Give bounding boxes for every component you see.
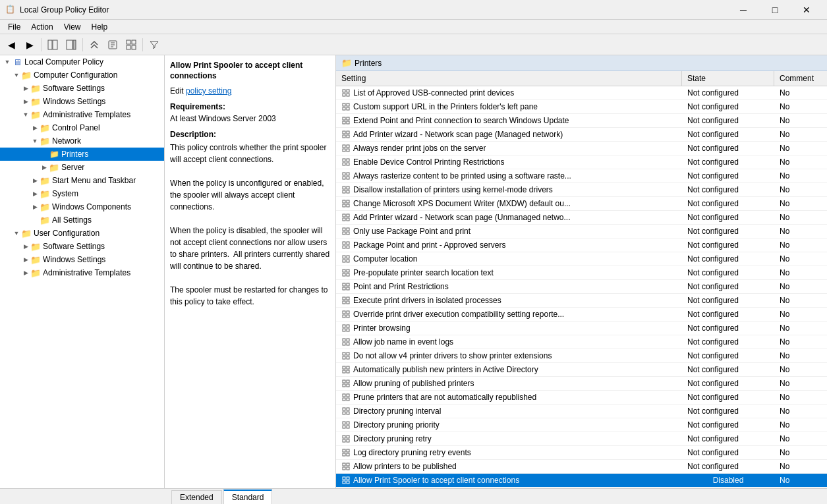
minimize-button[interactable]: ─ [728,0,758,20]
menu-help[interactable]: Help [86,21,113,33]
folder-icon: 📁 [40,176,50,185]
menu-view[interactable]: View [59,21,86,33]
table-row[interactable]: Allow job name in event logsNot configur… [336,335,827,349]
folder-icon: 📁 [40,189,50,198]
table-row[interactable]: Allow printers to be publishedNot config… [336,460,827,474]
tree-item-admin-templates-2[interactable]: ▶ 📁 Administrative Templates [0,266,164,279]
svg-rect-13 [347,90,349,92]
tree-item-computer-configuration[interactable]: ▼ 📁 Computer Configuration [0,69,164,82]
table-row[interactable]: Change Microsoft XPS Document Writer (MX… [336,197,827,211]
back-button[interactable]: ◀ [3,37,20,53]
filter-button[interactable] [146,37,163,53]
tree-item-windows-settings-2[interactable]: ▶ 📁 Windows Settings [0,253,164,266]
table-row[interactable]: Pre-populate printer search location tex… [336,266,827,280]
folder-icon: 📁 [21,229,32,238]
forward-button[interactable]: ▶ [21,37,38,53]
table-row[interactable]: Always render print jobs on the serverNo… [336,142,827,155]
tree-item-windows-settings-1[interactable]: ▶ 📁 Windows Settings [0,95,164,108]
svg-rect-71 [347,287,349,290]
tab-standard[interactable]: Standard [223,490,273,504]
edit-link[interactable]: policy setting [186,86,231,96]
table-row[interactable]: Allow pruning of published printersNot c… [336,377,827,391]
svg-rect-53 [347,228,349,231]
table-row[interactable]: Disallow installation of printers using … [336,183,827,197]
setting-icon [341,254,351,264]
menu-file[interactable]: File [3,21,26,33]
state-cell: Not configured [682,405,774,418]
tree-item-control-panel[interactable]: ▶ 📁 Control Panel [0,121,164,134]
table-row[interactable]: Automatically publish new printers in Ac… [336,363,827,377]
table-row[interactable]: Check published stateNot configuredNo [336,488,827,488]
view-button[interactable] [123,37,140,53]
svg-rect-113 [347,435,349,438]
close-button[interactable]: ✕ [791,0,822,20]
expand-icon: ▶ [30,176,40,185]
table-row[interactable]: Only use Package Point and printNot conf… [336,225,827,238]
requirements-value: At least Windows Server 2003 [170,114,330,123]
table-row[interactable]: Custom support URL in the Printers folde… [336,100,827,114]
menu-action[interactable]: Action [26,21,58,33]
svg-rect-34 [343,163,345,165]
maximize-button[interactable]: □ [760,0,790,20]
properties-button[interactable] [104,37,121,53]
table-row[interactable]: Always rasterize content to be printed u… [336,169,827,183]
comment-cell: No [774,114,827,127]
table-row[interactable]: Extend Point and Print connection to sea… [336,114,827,128]
svg-rect-49 [347,214,349,217]
tree-item-user-configuration[interactable]: ▼ 📁 User Configuration [0,227,164,240]
table-row[interactable]: Prune printers that are not automaticall… [336,391,827,405]
tree-item-server[interactable]: ▶ 📁 Server [0,161,164,174]
tree-item-software-settings-1[interactable]: ▶ 📁 Software Settings [0,82,164,95]
tree-item-admin-templates-1[interactable]: ▼ 📁 Administrative Templates [0,108,164,121]
tree-item-system[interactable]: ▶ 📁 System [0,187,164,200]
show-console-tree-button[interactable] [44,37,61,53]
table-row[interactable]: Do not allow v4 printer drivers to show … [336,349,827,363]
comment-cell: No [774,405,827,418]
setting-text: Directory pruning interval [353,406,441,416]
setting-icon [341,144,351,153]
table-row[interactable]: Add Printer wizard - Network scan page (… [336,128,827,142]
table-row[interactable]: Directory pruning priorityNot configured… [336,418,827,432]
comment-cell: No [774,391,827,404]
table-row[interactable]: Printer browsingNot configuredNo [336,322,827,335]
table-row[interactable]: Directory pruning retryNot configuredNo [336,432,827,446]
table-row[interactable]: Package Point and print - Approved serve… [336,238,827,252]
tree-item-all-settings[interactable]: 📁 All Settings [0,213,164,227]
import-button[interactable] [86,37,103,53]
setting-text: Directory pruning priority [353,420,440,430]
svg-rect-2 [67,40,72,49]
svg-rect-40 [343,186,345,189]
table-row[interactable]: Execute print drivers in isolated proces… [336,294,827,308]
tab-extended[interactable]: Extended [171,490,222,504]
setting-text: Always rasterize content to be printed u… [353,171,571,181]
action-pane-button[interactable] [63,37,80,53]
tree-item-local-computer-policy[interactable]: ▼ 🖥 Local Computer Policy [0,55,164,69]
svg-rect-121 [347,463,349,466]
svg-rect-111 [347,426,349,428]
table-row[interactable]: List of Approved USB-connected print dev… [336,86,827,100]
table-row[interactable]: Allow Print Spooler to accept client con… [336,474,827,488]
tree-item-software-settings-2[interactable]: ▶ 📁 Software Settings [0,240,164,253]
table-row[interactable]: Point and Print RestrictionsNot configur… [336,280,827,294]
tree-item-windows-components[interactable]: ▶ 📁 Windows Components [0,200,164,213]
comment-column-header[interactable]: Comment [774,71,827,86]
state-column-header[interactable]: State [682,71,774,86]
tree-item-start-menu[interactable]: ▶ 📁 Start Menu and Taskbar [0,174,164,187]
table-row[interactable]: Computer locationNot configuredNo [336,252,827,266]
folder-icon: 📁 [49,150,59,159]
svg-rect-42 [343,190,345,193]
setting-column-header[interactable]: Setting [336,71,682,86]
folder-icon: 📁 [49,163,59,172]
tree-item-printers[interactable]: 📁 Printers [0,148,164,161]
setting-icon [341,88,351,98]
table-row[interactable]: Add Printer wizard - Network scan page (… [336,211,827,225]
setting-text: Only use Package Point and print [353,227,471,236]
table-row[interactable]: Enable Device Control Printing Restricti… [336,155,827,169]
tree-item-network[interactable]: ▼ 📁 Network [0,134,164,148]
table-row[interactable]: Override print driver execution compatib… [336,308,827,322]
table-row[interactable]: Directory pruning intervalNot configured… [336,405,827,418]
setting-text: Prune printers that are not automaticall… [353,393,536,402]
state-cell: Not configured [682,446,774,459]
state-cell: Not configured [682,266,774,279]
table-row[interactable]: Log directory pruning retry eventsNot co… [336,446,827,460]
